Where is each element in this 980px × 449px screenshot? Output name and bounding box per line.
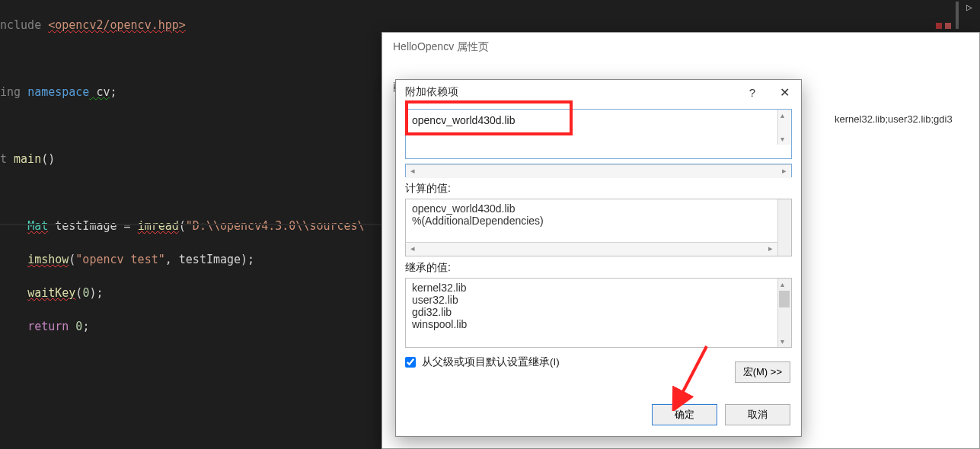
keyword: return — [27, 320, 69, 333]
additional-dependencies-dialog: 附加依赖项 ? ✕ opencv_world430d.lib ▴▾ ◂▸ 计算的… — [395, 79, 802, 437]
ok-button[interactable]: 确定 — [652, 404, 717, 425]
fn-name: imshow — [27, 253, 69, 266]
minimap-marker — [945, 23, 951, 29]
help-button[interactable]: ? — [743, 86, 761, 99]
scroll-up-icon[interactable]: ▴ — [780, 280, 784, 288]
vertical-scroll[interactable] — [777, 199, 791, 256]
computed-label: 计算的值: — [405, 182, 792, 196]
dependencies-text[interactable]: opencv_world430d.lib — [406, 110, 791, 146]
scroll-down-icon[interactable]: ▾ — [780, 337, 784, 346]
code-text: () — [41, 152, 55, 166]
scroll-left-icon[interactable]: ◂ — [410, 166, 415, 176]
fn-name: waitKey — [27, 286, 75, 300]
editor-divider — [0, 224, 388, 225]
code-text: ); — [89, 286, 103, 300]
scroll-right-icon[interactable]: ▸ — [768, 244, 773, 253]
vertical-scroll[interactable]: ▴ ▾ — [777, 279, 791, 347]
scroll-thumb[interactable] — [779, 291, 790, 307]
code-text: ing — [0, 85, 27, 99]
include-path: <opencv2/opencv.hpp> — [48, 18, 186, 32]
inherit-checkbox-label: 从父级或项目默认设置继承(I) — [422, 355, 560, 369]
scroll-up-icon[interactable]: ▴ — [780, 111, 784, 119]
property-value-cell[interactable]: kernel32.lib;user32.lib;gdi3 — [830, 109, 979, 129]
code-text: nclude — [0, 18, 48, 32]
minimap-scrollbar[interactable] — [956, 2, 959, 29]
dependencies-textarea[interactable]: opencv_world430d.lib ▴▾ — [405, 109, 792, 159]
string-lit: "opencv test" — [75, 253, 164, 266]
computed-line: %(AdditionalDependencies) — [412, 215, 785, 227]
fn-name: imread — [138, 219, 179, 233]
vertical-scroll[interactable]: ▴▾ — [777, 110, 791, 145]
type: Mat — [27, 219, 48, 233]
code-text: , testImage); — [165, 253, 254, 266]
play-icon[interactable]: ▷ — [966, 3, 972, 11]
string-lit: "D:\\opencv4.3.0\\sources\ — [186, 219, 365, 233]
computed-values-box: opencv_world430d.lib %(AdditionalDepende… — [405, 199, 792, 256]
code-text: t — [0, 152, 14, 166]
computed-line: opencv_world430d.lib — [412, 202, 785, 215]
inherited-label: 继承的值: — [405, 261, 792, 275]
inherited-line: user32.lib — [412, 294, 785, 306]
close-button[interactable]: ✕ — [775, 85, 793, 100]
scroll-left-icon[interactable]: ◂ — [410, 244, 415, 253]
property-value-text: kernel32.lib;user32.lib;gdi3 — [835, 113, 975, 125]
identifier: cv — [89, 85, 110, 99]
code-text: testImage = — [48, 219, 137, 233]
dialog-title: 附加依赖项 — [405, 85, 458, 99]
horizontal-scroll[interactable]: ◂▸ — [406, 242, 777, 256]
fn-name: main — [14, 152, 41, 166]
number-lit: 0 — [69, 320, 82, 333]
scroll-down-icon[interactable]: ▾ — [780, 135, 784, 143]
keyword: namespace — [27, 85, 89, 99]
scroll-right-icon[interactable]: ▸ — [782, 166, 787, 176]
macros-button[interactable]: 宏(M) >> — [735, 361, 790, 383]
inherited-line: gdi32.lib — [412, 306, 785, 318]
code-text: ; — [82, 320, 89, 333]
property-sheet-title: HelloOpencv 属性页 — [382, 33, 979, 60]
horizontal-scroll[interactable]: ◂▸ — [406, 164, 791, 178]
inherit-checkbox[interactable] — [405, 357, 416, 368]
inherited-line: kernel32.lib — [412, 282, 785, 294]
inherited-values-box: kernel32.lib user32.lib gdi32.lib winspo… — [405, 278, 792, 348]
cancel-button[interactable]: 取消 — [725, 404, 790, 425]
minimap-marker — [936, 23, 942, 29]
inherited-line: winspool.lib — [412, 318, 785, 330]
dialog-titlebar[interactable]: 附加依赖项 ? ✕ — [396, 80, 801, 104]
